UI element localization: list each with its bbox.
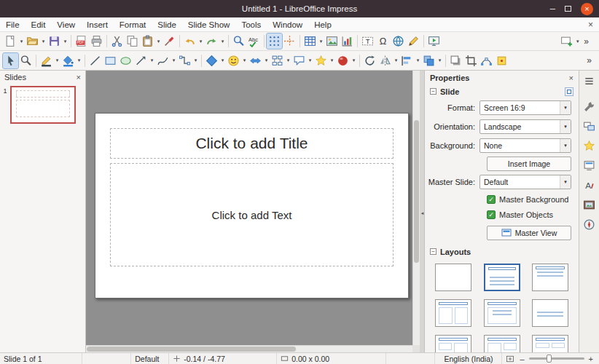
menu-edit[interactable]: Edit: [26, 17, 52, 31]
toolbar-overflow-button[interactable]: »: [584, 55, 595, 66]
open-icon[interactable]: [25, 33, 40, 49]
menu-window[interactable]: Window: [267, 17, 308, 31]
dropdown-arrow-icon[interactable]: ▾: [329, 58, 335, 63]
properties-panel-close-button[interactable]: ×: [569, 74, 573, 82]
slide-transition-tab-icon[interactable]: [582, 119, 597, 134]
master-background-checkbox[interactable]: ✓ Master Background: [425, 191, 579, 207]
horizontal-scrollbar-thumb[interactable]: [87, 347, 296, 352]
dropdown-arrow-icon[interactable]: ▾: [40, 39, 47, 44]
flip-icon[interactable]: [377, 53, 393, 68]
layout-title-2content-and-content[interactable]: [435, 335, 471, 352]
layout-centered-text[interactable]: [532, 299, 568, 327]
dropdown-arrow-icon[interactable]: ▾: [415, 58, 421, 63]
styles-tab-icon[interactable]: A: [582, 178, 597, 193]
insert-line-icon[interactable]: [87, 53, 103, 68]
save-icon[interactable]: [47, 33, 62, 49]
dropdown-arrow-icon[interactable]: ▾: [149, 58, 155, 63]
maximize-button[interactable]: [565, 6, 571, 12]
insert-chart-icon[interactable]: [340, 33, 355, 49]
dropdown-arrow-icon[interactable]: ▾: [263, 58, 270, 63]
title-placeholder[interactable]: Click to add Title: [110, 128, 394, 159]
sidebar-settings-icon[interactable]: [582, 74, 597, 89]
slides-panel-close-button[interactable]: ×: [77, 73, 81, 82]
orientation-select[interactable]: Landscape ▾: [479, 119, 571, 134]
insert-image-button[interactable]: Insert Image: [487, 157, 571, 171]
insert-textbox-icon[interactable]: T: [360, 33, 375, 49]
close-button[interactable]: ×: [581, 3, 593, 15]
horizontal-scrollbar[interactable]: [86, 345, 412, 352]
copy-icon[interactable]: [125, 33, 140, 49]
zoom-icon[interactable]: [18, 53, 34, 68]
block-arrows-icon[interactable]: [248, 53, 263, 68]
layout-title-slide[interactable]: [484, 264, 520, 291]
toolbar-overflow-button[interactable]: »: [581, 36, 592, 47]
menu-tools[interactable]: Tools: [235, 17, 267, 31]
fit-slide-button[interactable]: [502, 353, 518, 364]
new-slide-icon[interactable]: [559, 33, 574, 49]
insert-special-character-icon[interactable]: Ω: [375, 33, 391, 49]
master-slides-tab-icon[interactable]: [582, 158, 597, 173]
dropdown-arrow-icon[interactable]: ▾: [436, 58, 443, 63]
flowchart-icon[interactable]: [270, 53, 285, 68]
collapse-icon[interactable]: −: [430, 88, 436, 95]
dropdown-arrow-icon[interactable]: ▾: [197, 39, 204, 44]
splitter-handle-icon[interactable]: ◂: [420, 200, 425, 226]
redo-icon[interactable]: [204, 33, 219, 49]
vertical-scrollbar-thumb[interactable]: [414, 120, 419, 263]
layout-blank[interactable]: [435, 264, 471, 291]
insert-image-icon[interactable]: [324, 33, 340, 49]
undo-icon[interactable]: [182, 33, 197, 49]
menu-slide[interactable]: Slide: [152, 17, 182, 31]
stars-and-banners-icon[interactable]: [313, 53, 329, 68]
dropdown-arrow-icon[interactable]: ▾: [574, 39, 581, 44]
dropdown-arrow-icon[interactable]: ▾: [18, 39, 25, 44]
snap-guides-icon[interactable]: [282, 33, 297, 49]
vertical-scrollbar[interactable]: [412, 71, 420, 345]
collapse-icon[interactable]: −: [430, 248, 436, 255]
paste-icon[interactable]: [140, 33, 155, 49]
layout-title-content[interactable]: [532, 264, 568, 291]
fill-color-icon[interactable]: [60, 53, 76, 68]
master-view-button[interactable]: Master View: [487, 226, 571, 240]
master-slide-select[interactable]: Default ▾: [479, 175, 571, 189]
menu-format[interactable]: Format: [114, 17, 152, 31]
layout-title-content-and-2content[interactable]: [484, 335, 520, 352]
dropdown-arrow-icon[interactable]: ▾: [351, 58, 357, 63]
export-pdf-icon[interactable]: PDF: [74, 33, 89, 49]
basic-shapes-icon[interactable]: [204, 53, 219, 68]
arrange-icon[interactable]: [421, 53, 436, 68]
slide-thumbnail[interactable]: [10, 86, 76, 124]
glue-points-icon[interactable]: [494, 53, 509, 68]
show-draw-functions-icon[interactable]: [406, 33, 421, 49]
select-tool-icon[interactable]: [3, 53, 18, 68]
align-icon[interactable]: [399, 53, 415, 68]
zoom-slider[interactable]: [529, 357, 584, 360]
dropdown-arrow-icon[interactable]: ▾: [171, 58, 177, 63]
rotate-icon[interactable]: [362, 53, 377, 68]
display-grid-icon[interactable]: [267, 33, 282, 49]
dropdown-arrow-icon[interactable]: ▾: [285, 58, 291, 63]
shadow-icon[interactable]: [448, 53, 463, 68]
lines-and-arrows-icon[interactable]: [133, 53, 149, 68]
dropdown-arrow-icon[interactable]: ▾: [76, 58, 82, 63]
callout-shapes-icon[interactable]: [291, 53, 307, 68]
dropdown-arrow-icon[interactable]: ▾: [192, 58, 199, 63]
dropdown-arrow-icon[interactable]: ▾: [307, 58, 313, 63]
zoom-in-button[interactable]: +: [587, 355, 595, 363]
zoom-slider-thumb[interactable]: [547, 355, 552, 363]
menu-view[interactable]: View: [51, 17, 81, 31]
layout-title-and-2-content[interactable]: [435, 299, 471, 327]
cut-icon[interactable]: [109, 33, 125, 49]
format-select[interactable]: Screen 16:9 ▾: [479, 100, 571, 115]
connectors-icon[interactable]: [177, 53, 192, 68]
dropdown-arrow-icon[interactable]: ▾: [318, 39, 324, 44]
ellipse-icon[interactable]: [118, 53, 133, 68]
menu-slide-show[interactable]: Slide Show: [182, 17, 236, 31]
language-selector[interactable]: English (India): [435, 353, 502, 364]
clone-formatting-icon[interactable]: [162, 33, 177, 49]
print-icon[interactable]: [89, 33, 104, 49]
master-objects-checkbox[interactable]: ✓ Master Objects: [425, 207, 579, 222]
properties-tab-icon[interactable]: [582, 99, 597, 114]
new-document-icon[interactable]: [3, 33, 18, 49]
menu-help[interactable]: Help: [308, 17, 337, 31]
